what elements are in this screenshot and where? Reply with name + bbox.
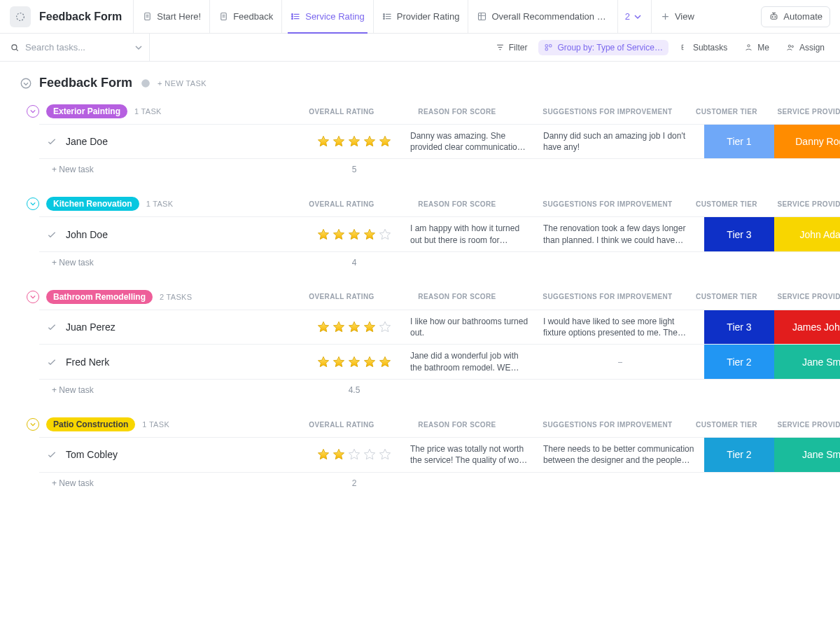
col-reason: REASON FOR SCORE: [391, 421, 524, 429]
automate-button[interactable]: Automate: [761, 6, 830, 27]
reason-cell[interactable]: The price was totally not worth the serv…: [403, 438, 536, 471]
add-view-button[interactable]: View: [651, 0, 703, 33]
tab-feedback[interactable]: Feedback: [209, 0, 281, 33]
svg-point-19: [792, 46, 793, 47]
suggestions-cell[interactable]: There needs to be better communication b…: [536, 438, 704, 471]
star-rating: [316, 355, 392, 369]
list-toolbar: Filter Group by: Type of Service… Subtas…: [0, 34, 840, 62]
tab-provider-rating[interactable]: Provider Rating: [373, 0, 468, 33]
filter-icon: [496, 43, 505, 52]
customer-tier-cell[interactable]: Tier 2: [704, 345, 774, 379]
subtasks-label: Subtasks: [693, 43, 727, 53]
col-customer-tier: CUSTOMER TIER: [692, 421, 762, 429]
tab-start-here[interactable]: Start Here!: [133, 0, 209, 33]
more-views-dropdown[interactable]: 2: [617, 0, 648, 33]
suggestions-cell[interactable]: –: [536, 345, 704, 379]
star-rating: [316, 134, 392, 148]
task-row[interactable]: Tom Cobley The price was totally not wor…: [39, 437, 840, 472]
new-task-button[interactable]: + New task: [39, 165, 305, 174]
status-check-icon[interactable]: [46, 356, 57, 368]
task-name: Tom Cobley: [66, 449, 118, 460]
info-icon[interactable]: [141, 78, 150, 88]
group-collapse-button[interactable]: [27, 418, 39, 431]
service-provider-cell[interactable]: John Adams: [774, 217, 840, 251]
col-service-provider: SERVICE PROVIDER: [762, 293, 840, 300]
status-check-icon[interactable]: [46, 449, 57, 460]
rating-cell[interactable]: [305, 310, 403, 344]
customer-tier-cell[interactable]: Tier 3: [704, 217, 774, 251]
group-count: 1 TASK: [146, 200, 174, 208]
chevron-down-icon[interactable]: [135, 44, 142, 51]
rating-cell[interactable]: [305, 217, 403, 251]
group-avg-rating: 4.5: [305, 385, 403, 395]
reason-cell[interactable]: I like how our bathrooms turned out.: [403, 310, 536, 344]
status-check-icon[interactable]: [46, 136, 57, 147]
rating-cell[interactable]: [305, 345, 403, 379]
customer-tier-cell[interactable]: Tier 1: [704, 125, 774, 158]
service-provider-cell[interactable]: Jane Smith: [774, 345, 840, 379]
col-suggestions: SUGGESTIONS FOR IMPROVEMENT: [524, 108, 692, 116]
group: Patio Construction 1 TASK OVERALL RATING…: [20, 416, 840, 487]
tab-overall-recommendation[interactable]: Overall Recommendation …: [468, 0, 614, 33]
group-header: Exterior Painting 1 TASK OVERALL RATING …: [20, 103, 840, 124]
group-footer: + New task 4: [39, 252, 840, 268]
app-icon: [10, 6, 31, 27]
suggestions-cell[interactable]: The renovation took a few days longer th…: [536, 217, 704, 251]
reason-cell[interactable]: Jane did a wonderful job with the bathro…: [403, 345, 536, 379]
service-provider-cell[interactable]: Jane Smith: [774, 438, 840, 471]
task-row[interactable]: Fred Nerk Jane did a wonderful job with …: [39, 345, 840, 380]
group: Kitchen Renovation 1 TASK OVERALL RATING…: [20, 195, 840, 267]
service-provider-cell[interactable]: Danny Rogers: [774, 125, 840, 158]
tab-service-rating[interactable]: Service Rating: [281, 0, 373, 33]
group-count: 1 TASK: [134, 107, 162, 116]
rating-cell[interactable]: [305, 438, 403, 471]
me-button[interactable]: Me: [738, 40, 775, 55]
reason-cell[interactable]: Danny was amazing. She provided clear co…: [403, 125, 536, 158]
groupby-label: Group by: Type of Service…: [557, 43, 663, 53]
task-name-cell: Juan Perez: [39, 310, 305, 344]
group-collapse-button[interactable]: [27, 105, 39, 118]
suggestions-cell[interactable]: I would have liked to see more light fix…: [536, 310, 704, 344]
new-task-button[interactable]: + New task: [39, 385, 305, 395]
group-pill[interactable]: Exterior Painting: [46, 104, 127, 118]
status-check-icon[interactable]: [46, 229, 57, 240]
tab-label: Start Here!: [157, 11, 201, 22]
board-content: Feedback Form + NEW TASK Exterior Painti…: [0, 62, 840, 551]
group-collapse-button[interactable]: [27, 291, 39, 303]
svg-rect-9: [479, 13, 486, 20]
svg-rect-14: [546, 45, 548, 47]
status-check-icon[interactable]: [46, 321, 57, 333]
col-suggestions: SUGGESTIONS FOR IMPROVEMENT: [524, 421, 692, 429]
customer-tier-cell[interactable]: Tier 3: [704, 310, 774, 344]
group-pill[interactable]: Patio Construction: [46, 417, 135, 431]
new-task-button[interactable]: + New task: [39, 478, 305, 488]
col-suggestions: SUGGESTIONS FOR IMPROVEMENT: [524, 293, 692, 300]
task-name-cell: Jane Doe: [39, 125, 305, 158]
filter-button[interactable]: Filter: [490, 40, 533, 55]
rating-cell[interactable]: [305, 125, 403, 158]
task-row[interactable]: Juan Perez I like how our bathrooms turn…: [39, 310, 840, 345]
task-row[interactable]: John Doe I am happy with how it turned o…: [39, 216, 840, 251]
new-task-top-button[interactable]: + NEW TASK: [158, 79, 206, 88]
reason-cell[interactable]: I am happy with how it turned out but th…: [403, 217, 536, 251]
col-overall-rating: OVERALL RATING: [293, 421, 391, 429]
collapse-all-icon[interactable]: [20, 77, 32, 90]
groupby-button[interactable]: Group by: Type of Service…: [538, 40, 668, 55]
service-provider-cell[interactable]: James Johnson: [774, 310, 840, 344]
group-pill[interactable]: Bathroom Remodelling: [46, 290, 153, 304]
subtasks-button[interactable]: Subtasks: [674, 40, 733, 55]
more-views-count: 2: [625, 11, 630, 22]
search-input[interactable]: [25, 42, 123, 53]
group-pill[interactable]: Kitchen Renovation: [46, 197, 139, 211]
task-row[interactable]: Jane Doe Danny was amazing. She provided…: [39, 124, 840, 159]
new-task-button[interactable]: + New task: [39, 258, 305, 268]
tab-label: Service Rating: [305, 11, 365, 22]
assign-button[interactable]: Assign: [780, 40, 830, 55]
group-collapse-button[interactable]: [27, 197, 39, 210]
customer-tier-cell[interactable]: Tier 2: [704, 438, 774, 471]
person-icon: [744, 43, 753, 52]
suggestions-cell[interactable]: Danny did such an amazing job I don't ha…: [536, 125, 704, 158]
group-avg-rating: 2: [305, 478, 403, 488]
col-overall-rating: OVERALL RATING: [293, 108, 391, 116]
task-name-cell: Fred Nerk: [39, 345, 305, 379]
